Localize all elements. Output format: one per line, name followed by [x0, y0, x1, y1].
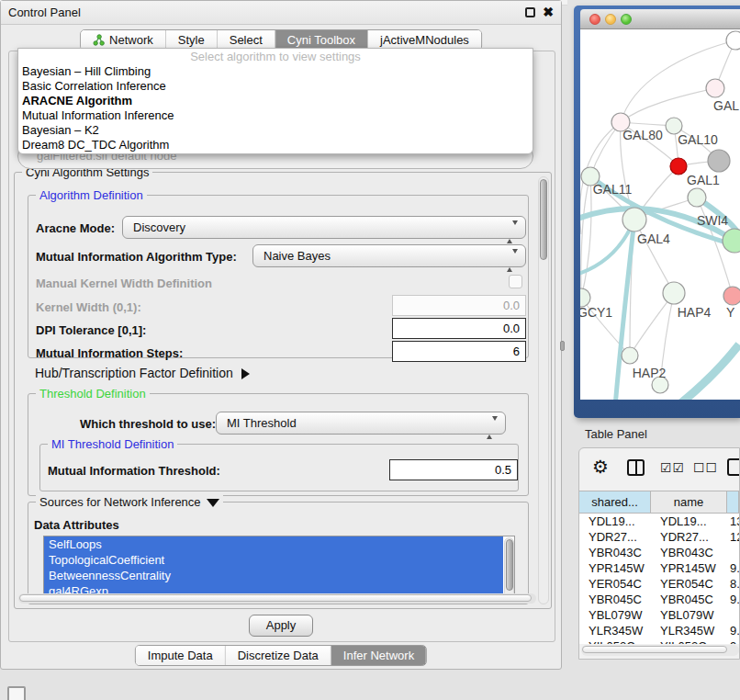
table-row[interactable]: YIL052CYIL052C9.: [579, 638, 739, 644]
combo-arrows-icon: [507, 250, 518, 271]
hub-section-toggle[interactable]: Hub/Transcription Factor Definition: [35, 366, 250, 380]
table-row[interactable]: YDR27...YDR27...12: [579, 529, 739, 545]
dropdown-item[interactable]: Bayesian – K2: [18, 123, 533, 138]
network-node-hap4[interactable]: [663, 282, 685, 304]
network-node[interactable]: [723, 287, 740, 305]
network-node[interactable]: [708, 150, 730, 172]
attributes-scroll-thumb[interactable]: [506, 539, 513, 591]
table-panel: ⚙ ☑☑ ☐☐ shared... name YDL19...YDL19...1…: [578, 447, 740, 660]
data-attributes-label: Data Attributes: [34, 518, 119, 532]
sources-group: Sources for Network Inference Data Attri…: [28, 502, 529, 604]
node-label: GCY1: [580, 305, 612, 320]
algorithm-dropdown-list: Select algorithm to view settings Bayesi…: [17, 48, 533, 154]
which-threshold-label: Which threshold to use:: [80, 417, 216, 431]
tab-style[interactable]: Style: [166, 30, 218, 50]
manual-kernel-checkbox[interactable]: [509, 275, 522, 288]
network-node-gcy1[interactable]: [580, 288, 590, 307]
mi-algorithm-type-combobox[interactable]: Naive Bayes: [252, 244, 526, 267]
deselect-all-checkboxes-icon[interactable]: ☐☐: [693, 460, 718, 475]
settings-vscroll-thumb[interactable]: [540, 179, 547, 260]
table-row[interactable]: YBR045CYBR045C9.: [579, 592, 739, 607]
mi-threshold-label: Mutual Information Threshold:: [48, 464, 220, 478]
bottom-tabbar: Impute Data Discretize Data Infer Networ…: [135, 645, 427, 666]
dropdown-placeholder: Select algorithm to view settings: [18, 49, 533, 64]
mi-threshold-field[interactable]: [389, 459, 518, 480]
sources-group-title[interactable]: Sources for Network Inference: [36, 495, 223, 509]
tab-select[interactable]: Select: [218, 30, 275, 50]
attribute-item[interactable]: BetweennessCentrality: [44, 568, 503, 583]
tab-network-label: Network: [109, 33, 153, 47]
column-header-name[interactable]: name: [651, 491, 727, 513]
table-row[interactable]: YER054CYER054C8.: [579, 576, 739, 592]
window-close-button[interactable]: [589, 14, 600, 25]
dropdown-item[interactable]: Basic Correlation Inference: [18, 79, 533, 94]
screen: Control Panel ✖ Network Style Select Cyn…: [0, 0, 740, 700]
table-row[interactable]: YLR345WYLR345W9.: [579, 623, 739, 638]
tab-impute-data[interactable]: Impute Data: [136, 646, 226, 665]
tab-jactivemnodules[interactable]: jActiveMNodules: [368, 30, 481, 50]
dpi-tolerance-label: DPI Tolerance [0,1]:: [36, 323, 146, 337]
panel-splitter-handle[interactable]: [560, 341, 565, 351]
node-label: GAL: [713, 98, 739, 113]
gear-icon[interactable]: ⚙: [592, 456, 609, 478]
dropdown-item-selected[interactable]: ARACNE Algorithm: [18, 94, 533, 108]
aracne-mode-combobox[interactable]: Discovery: [122, 216, 526, 239]
table-body: YDL19...YDL19...13 YDR27...YDR27...12 YB…: [579, 514, 739, 644]
column-header-clipped[interactable]: [727, 491, 739, 513]
mi-steps-field[interactable]: [392, 341, 526, 362]
table-hscroll-thumb[interactable]: [582, 646, 727, 653]
apply-button[interactable]: Apply: [249, 615, 313, 637]
network-node[interactable]: [706, 79, 724, 97]
network-graph: GAL GAL80 GAL10 GAL1 GAL11 SWI4 GAL4 GCY…: [580, 29, 740, 400]
network-node-gal4[interactable]: [622, 208, 646, 231]
tab-cyni-toolbox[interactable]: Cyni Toolbox: [275, 30, 368, 50]
threshold-definition-group: Threshold Definition Which threshold to …: [28, 393, 529, 496]
node-label: GAL1: [687, 173, 720, 187]
tab-network[interactable]: Network: [81, 30, 166, 50]
tab-discretize-data[interactable]: Discretize Data: [226, 646, 331, 665]
close-icon[interactable]: ✖: [543, 5, 554, 19]
table-row[interactable]: YPR145WYPR145W9.: [579, 560, 739, 576]
dropdown-item[interactable]: Dream8 DC_TDC Algorithm: [18, 138, 533, 152]
node-label: GAL11: [593, 182, 633, 197]
which-threshold-combobox[interactable]: MI Threshold: [216, 412, 506, 435]
minimized-window-icon[interactable]: [7, 686, 26, 700]
node-label: SWI4: [697, 213, 728, 228]
combo-arrows-icon: [507, 221, 518, 243]
table-row[interactable]: YDL19...YDL19...13: [579, 514, 739, 529]
mi-threshold-definition-title: MI Threshold Definition: [48, 437, 177, 451]
kernel-width-field[interactable]: [392, 295, 526, 316]
network-node-gal1-selected[interactable]: [670, 158, 687, 175]
select-all-checkboxes-icon[interactable]: ☑☑: [660, 460, 685, 475]
window-minimize-button[interactable]: [605, 14, 616, 25]
tab-infer-network[interactable]: Infer Network: [331, 646, 426, 665]
manual-kernel-label: Manual Kernel Width Definition: [36, 277, 212, 290]
table-horizontal-scrollbar[interactable]: [581, 645, 739, 656]
network-node[interactable]: [726, 31, 740, 50]
aracne-mode-label: Aracne Mode:: [36, 221, 115, 235]
table-row[interactable]: YBL079WYBL079W: [579, 607, 739, 623]
column-view-icon[interactable]: [627, 459, 645, 476]
network-icon: [93, 34, 105, 46]
attribute-item[interactable]: SelfLoops: [44, 536, 503, 552]
dropdown-item[interactable]: Bayesian – Hill Climbing: [18, 64, 533, 79]
attributes-list-scrollbar[interactable]: [504, 537, 514, 598]
network-node-hap2[interactable]: [622, 347, 638, 364]
attribute-item[interactable]: TopologicalCoefficient: [44, 552, 503, 568]
cyni-algorithm-settings-group: Cyni Algorithm Settings Algorithm Defini…: [14, 172, 552, 609]
table-row[interactable]: YBR043CYBR043C: [579, 545, 739, 560]
network-node-swi4[interactable]: [688, 188, 706, 207]
dropdown-item[interactable]: Mutual Information Inference: [18, 108, 533, 123]
kernel-width-label: Kernel Width (0,1):: [36, 300, 141, 314]
collapse-arrow-icon: [207, 499, 219, 507]
window-zoom-button[interactable]: [621, 14, 632, 25]
column-header-shared-name[interactable]: shared...: [579, 491, 651, 513]
settings-hscroll-thumb[interactable]: [19, 594, 532, 602]
network-canvas[interactable]: GAL GAL80 GAL10 GAL1 GAL11 SWI4 GAL4 GCY…: [580, 29, 740, 400]
settings-vertical-scrollbar[interactable]: [538, 176, 549, 604]
network-window-titlebar: [580, 9, 740, 29]
settings-horizontal-scrollbar[interactable]: [18, 593, 536, 604]
float-window-icon[interactable]: [525, 7, 535, 17]
new-table-icon[interactable]: [727, 458, 740, 476]
dpi-tolerance-field[interactable]: [392, 318, 526, 339]
